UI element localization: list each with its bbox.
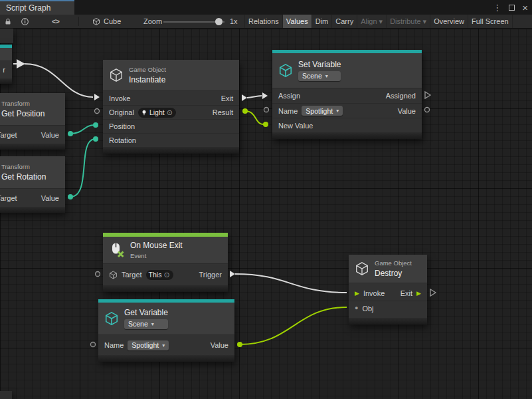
overview-button[interactable]: Overview	[430, 15, 468, 28]
get-variable-icon	[104, 311, 119, 326]
port-value: Value	[41, 131, 59, 139]
node-set-variable[interactable]: Set Variable Scene▾ Assign Assigned Name…	[272, 50, 422, 139]
port-name: Name	[104, 341, 124, 349]
chevron-down-icon: ▾	[379, 17, 383, 26]
node-fragment-top[interactable]	[0, 29, 13, 43]
object-picker-icon[interactable]: ⊙	[163, 271, 169, 279]
node-fragment-event[interactable]: r	[0, 45, 12, 84]
set-variable-icon	[278, 63, 293, 78]
port-trigger: Trigger	[199, 271, 222, 279]
port-new-value: New Value	[278, 122, 313, 130]
toolbar-buttons: Relations Values Dim Carry Align▾ Distri…	[244, 15, 513, 28]
chevron-down-icon: ▾	[162, 342, 165, 348]
object-picker-icon[interactable]: ⊙	[167, 108, 173, 117]
chevron-down-icon: ▾	[325, 73, 328, 79]
port-exit: Exit	[221, 94, 233, 102]
relations-button[interactable]: Relations	[244, 15, 282, 28]
port-position: Position	[109, 122, 135, 130]
target-cube-icon	[109, 271, 118, 279]
lock-icon[interactable]	[4, 15, 12, 28]
node-on-mouse-exit[interactable]: On Mouse Exit Event Target This ⊙ Trigge…	[103, 233, 228, 292]
unity-script-graph-window: Script Graph ⋮ × <> Cube Zoom 1x Relatio…	[0, 0, 532, 399]
graph-toolbar: <> Cube Zoom 1x Relations Values Dim Car…	[0, 15, 532, 29]
zoom-label: Zoom	[143, 15, 162, 28]
close-icon[interactable]: ×	[522, 3, 528, 13]
object-field-value: This	[149, 271, 162, 279]
port-original: Original	[109, 108, 134, 116]
node-get-rotation[interactable]: Transform Get Rotation Target Value	[0, 156, 65, 213]
align-button[interactable]: Align▾	[357, 15, 386, 28]
zoom-slider-handle[interactable]	[215, 18, 222, 25]
node-category: Game Object	[375, 259, 412, 267]
node-title: Get Rotation	[1, 172, 46, 182]
port-exit: Exit	[400, 289, 412, 297]
target-object-field[interactable]: This ⊙	[146, 270, 173, 280]
info-icon[interactable]	[21, 15, 29, 28]
maximize-icon[interactable]	[509, 5, 515, 11]
window-menu-icon[interactable]: ⋮	[493, 3, 501, 12]
chevron-down-icon: ▾	[336, 108, 339, 114]
game-object-icon	[355, 261, 369, 276]
game-object-icon	[109, 68, 124, 82]
obj-port-icon: ●	[355, 305, 358, 311]
node-instantiate[interactable]: Game Object Instantiate Invoke Exit Orig…	[103, 60, 239, 154]
chevron-down-icon: ▾	[423, 17, 427, 26]
cube-object-icon	[92, 15, 100, 28]
zoom-value: 1x	[230, 15, 238, 28]
port-target: Target	[0, 131, 17, 139]
node-category: Transform	[1, 100, 44, 107]
port-name: Name	[278, 107, 298, 115]
object-field-value: Light	[149, 108, 165, 116]
port-assigned: Assigned	[386, 92, 416, 100]
code-view-icon[interactable]: <>	[52, 15, 59, 28]
node-title: On Mouse Exit	[130, 241, 183, 250]
original-object-field[interactable]: Light ⊙	[138, 108, 176, 118]
toolbar-separator	[78, 17, 79, 26]
port-invoke: Invoke	[109, 94, 130, 102]
values-button[interactable]: Values	[282, 15, 311, 28]
node-title: Instantiate	[129, 75, 166, 84]
port-value: Value	[41, 194, 59, 202]
port-value: Value	[211, 341, 228, 349]
variable-scope-dropdown[interactable]: Scene▾	[124, 319, 168, 329]
port-result: Result	[213, 108, 233, 116]
node-get-position[interactable]: Transform Get Position Target Value	[0, 93, 65, 150]
graph-canvas[interactable]	[0, 29, 532, 399]
window-controls: ⋮ ×	[493, 0, 528, 15]
chevron-down-icon: ▾	[151, 321, 154, 327]
node-title: Get Variable	[124, 308, 168, 317]
port-obj: Obj	[362, 305, 373, 313]
node-subtitle: Event	[130, 252, 183, 259]
tab-script-graph[interactable]: Script Graph	[0, 0, 74, 15]
port-rotation: Rotation	[109, 136, 136, 144]
exit-port-icon: ▶	[416, 291, 421, 297]
node-destroy[interactable]: Game Object Destroy ▶ Invoke Exit ▶ ● Ob…	[349, 255, 427, 325]
fragment-port-label: r	[3, 66, 5, 74]
node-category: Transform	[1, 163, 46, 170]
node-title: Destroy	[375, 269, 412, 278]
mouse-exit-icon	[109, 242, 125, 258]
tab-title: Script Graph	[6, 3, 50, 13]
node-title: Get Position	[1, 109, 44, 118]
port-invoke: Invoke	[363, 289, 385, 297]
port-assign: Assign	[278, 92, 300, 100]
node-fragment-bottom[interactable]	[0, 391, 12, 399]
dim-button[interactable]: Dim	[311, 15, 332, 28]
invoke-port-icon: ▶	[355, 291, 359, 297]
distribute-button[interactable]: Distribute▾	[386, 15, 430, 28]
carry-button[interactable]: Carry	[331, 15, 357, 28]
variable-name-dropdown[interactable]: Spotlight▾	[302, 106, 343, 116]
port-value: Value	[398, 107, 416, 115]
variable-scope-dropdown[interactable]: Scene▾	[298, 71, 341, 81]
port-target: Target	[122, 271, 142, 279]
node-title: Set Variable	[298, 60, 341, 69]
variable-name-dropdown[interactable]: Spotlight▾	[128, 340, 169, 350]
graph-owner-name: Cube	[104, 15, 121, 28]
port-target: Target	[0, 194, 17, 202]
light-icon	[141, 109, 147, 116]
node-get-variable[interactable]: Get Variable Scene▾ Name Spotlight▾ Valu…	[98, 299, 234, 362]
fullscreen-button[interactable]: Full Screen	[468, 15, 513, 28]
tab-bar: Script Graph ⋮ ×	[0, 0, 532, 15]
node-category: Game Object	[129, 66, 166, 73]
